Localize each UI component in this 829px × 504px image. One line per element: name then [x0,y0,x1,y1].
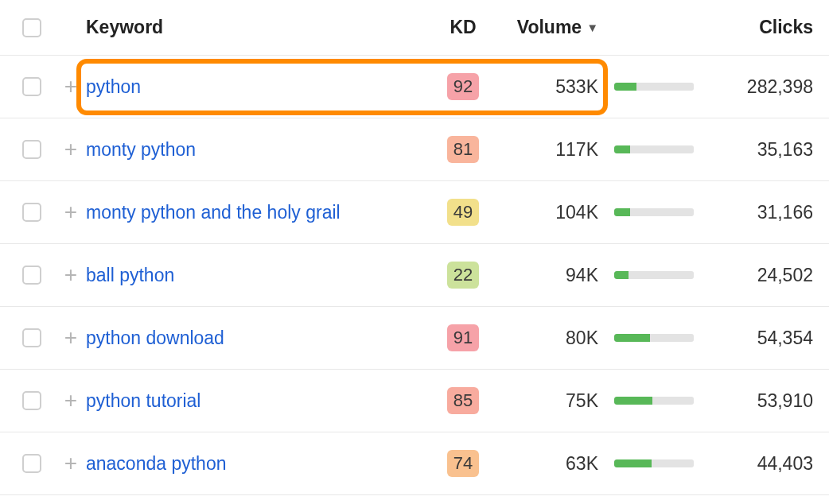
row-checkbox[interactable] [22,266,41,285]
row-volume-cell: 63K [495,453,598,475]
table-row: + monty python 81 117K 35,163 [0,118,829,181]
keyword-link[interactable]: python download [86,328,224,348]
plus-icon[interactable]: + [64,138,77,161]
row-bar-cell [598,145,702,153]
header-volume[interactable]: Volume ▼ [495,17,598,38]
row-kd-cell: 85 [431,387,495,414]
plus-icon[interactable]: + [64,327,77,349]
row-kd-cell: 91 [431,324,495,351]
kd-badge: 49 [447,199,479,226]
row-kd-cell: 74 [431,450,495,477]
header-clicks-label: Clicks [759,17,813,38]
clicks-bar-fill [614,459,652,467]
row-volume-cell: 104K [495,202,598,223]
kd-badge: 91 [447,324,479,351]
row-bar-cell [598,334,702,342]
header-checkbox-cell [22,18,56,37]
keyword-table: Keyword KD Volume ▼ Clicks + python 92 5… [0,0,829,495]
row-keyword-cell: python download [86,328,431,349]
row-clicks-cell: 282,398 [702,76,813,98]
row-volume-cell: 117K [495,139,598,161]
row-checkbox-cell [22,454,56,473]
clicks-bar-fill [614,83,636,91]
kd-badge: 85 [447,387,479,414]
row-checkbox[interactable] [22,140,41,159]
select-all-checkbox[interactable] [22,18,41,37]
plus-icon[interactable]: + [64,76,77,98]
header-clicks[interactable]: Clicks [702,17,813,38]
row-checkbox-cell [22,266,56,285]
volume-value: 63K [566,453,598,475]
row-expand-cell: + [56,264,86,286]
clicks-bar [614,145,694,153]
clicks-value: 24,502 [757,265,813,286]
row-keyword-cell: python [86,76,431,98]
row-volume-cell: 75K [495,390,598,412]
volume-value: 94K [566,265,598,286]
row-keyword-cell: anaconda python [86,453,431,475]
table-row: + ball python 22 94K 24,502 [0,244,829,307]
row-kd-cell: 49 [431,199,495,226]
row-checkbox[interactable] [22,77,41,96]
row-volume-cell: 533K [495,76,598,98]
row-clicks-cell: 31,166 [702,202,813,223]
row-kd-cell: 92 [431,73,495,100]
volume-value: 533K [555,76,598,98]
row-keyword-cell: ball python [86,265,431,286]
clicks-bar-fill [614,271,629,279]
clicks-bar [614,208,694,216]
row-checkbox-cell [22,391,56,410]
row-volume-cell: 80K [495,328,598,349]
row-bar-cell [598,397,702,405]
row-bar-cell [598,83,702,91]
kd-badge: 22 [447,262,479,289]
row-kd-cell: 81 [431,136,495,163]
row-clicks-cell: 44,403 [702,453,813,475]
clicks-value: 44,403 [757,453,813,475]
keyword-link[interactable]: ball python [86,265,174,285]
plus-icon[interactable]: + [64,264,77,286]
sort-desc-icon: ▼ [586,21,598,34]
row-checkbox-cell [22,203,56,222]
table-row: + python download 91 80K 54,354 [0,307,829,370]
clicks-bar-fill [614,397,652,405]
row-checkbox[interactable] [22,203,41,222]
row-checkbox[interactable] [22,391,41,410]
volume-value: 75K [566,390,598,412]
plus-icon[interactable]: + [64,452,77,475]
header-volume-label: Volume [517,17,582,38]
table-row: + python tutorial 85 75K 53,910 [0,370,829,432]
clicks-bar [614,397,694,405]
keyword-link[interactable]: anaconda python [86,453,227,474]
row-keyword-cell: monty python and the holy grail [86,202,431,223]
keyword-link[interactable]: python [86,76,141,97]
row-expand-cell: + [56,390,86,412]
row-checkbox-cell [22,140,56,159]
row-expand-cell: + [56,201,86,223]
kd-badge: 74 [447,450,479,477]
row-clicks-cell: 53,910 [702,390,813,412]
keyword-link[interactable]: python tutorial [86,390,200,411]
keyword-link[interactable]: monty python and the holy grail [86,202,341,223]
keyword-link[interactable]: monty python [86,139,196,160]
row-checkbox[interactable] [22,328,41,347]
row-expand-cell: + [56,452,86,475]
plus-icon[interactable]: + [64,390,77,412]
row-checkbox[interactable] [22,454,41,473]
header-kd[interactable]: KD [431,17,495,38]
row-clicks-cell: 54,354 [702,328,813,349]
row-bar-cell [598,208,702,216]
header-keyword-label: Keyword [86,17,163,37]
header-keyword[interactable]: Keyword [86,17,431,38]
table-row: + python 92 533K 282,398 [0,56,829,118]
row-expand-cell: + [56,327,86,349]
clicks-bar-fill [614,208,630,216]
clicks-bar-fill [614,145,630,153]
clicks-value: 53,910 [757,390,813,412]
volume-value: 80K [566,328,598,349]
clicks-bar-fill [614,334,650,342]
table-row: + anaconda python 74 63K 44,403 [0,432,829,495]
header-kd-label: KD [450,17,476,38]
plus-icon[interactable]: + [64,201,77,223]
clicks-value: 31,166 [757,202,813,223]
